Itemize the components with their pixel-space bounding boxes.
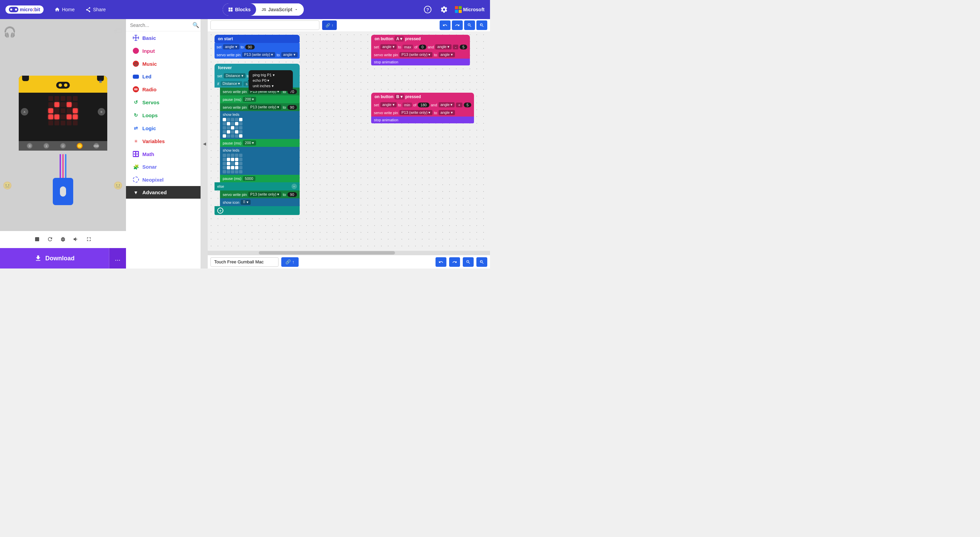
stop-anim-b[interactable]: stop animation [371, 116, 474, 123]
pin-dropdown-b[interactable]: P13 (write only) ▾ [399, 110, 433, 115]
redo-button[interactable] [452, 21, 463, 30]
pin-dropdown-1[interactable]: P13 (write only) ▾ [242, 52, 275, 57]
category-logic[interactable]: ⇄ Logic [126, 122, 200, 135]
save-github-button[interactable]: 🔗 ↑ [322, 21, 337, 30]
angle-ref-a2[interactable]: angle ▾ [439, 52, 455, 57]
button-b[interactable]: B [98, 108, 105, 116]
github-save-button[interactable]: 🔗 ↑ [281, 257, 299, 267]
angle-dropdown-b[interactable]: angle ▾ [380, 102, 397, 107]
minus-op[interactable]: - [453, 45, 458, 49]
val-90-b[interactable]: 90 [287, 105, 297, 110]
category-music[interactable]: 🎧 Music [126, 57, 200, 70]
angle-ref-b2[interactable]: angle ▾ [439, 110, 455, 115]
angle-ref-1[interactable]: angle ▾ [281, 52, 298, 57]
servo-write-a[interactable]: servo write pin P13 (write only) ▾ to an… [371, 51, 470, 59]
angle-dropdown-a[interactable]: angle ▾ [380, 44, 397, 49]
button-a-dropdown[interactable]: A ▾ [395, 36, 404, 41]
share-button[interactable]: Share [81, 5, 110, 14]
sound-button[interactable] [72, 235, 80, 245]
panel-collapse-button[interactable]: ◀ [201, 19, 208, 269]
microsoft-logo: Microsoft [455, 6, 485, 13]
undo-bottom-button[interactable] [436, 257, 446, 267]
pin-dropdown-3[interactable]: P13 (write only) ▾ [248, 105, 281, 110]
category-loops[interactable]: ↻ Loops [126, 109, 200, 122]
zoom-out-button[interactable] [464, 21, 475, 30]
icon-dropdown[interactable]: ⠿ ▾ [241, 200, 251, 205]
set-angle-min-block[interactable]: set angle ▾ to min of 180 and angle ▾ + … [371, 101, 474, 109]
add-block-button[interactable]: + [217, 207, 223, 214]
category-input[interactable]: Input [126, 44, 200, 57]
pin-dropdown-else[interactable]: P13 (write only) ▾ [248, 192, 281, 197]
else-collapse-icon[interactable]: − [291, 184, 297, 189]
five-val-b[interactable]: 5 [464, 102, 471, 107]
plus-op[interactable]: + [456, 102, 462, 107]
microbit-board: B A B [19, 76, 107, 151]
project-name-bottom-input[interactable] [210, 257, 278, 267]
pause-val-200[interactable]: 200 ▾ [243, 97, 256, 102]
pin-dropdown-a[interactable]: P13 (write only) ▾ [399, 52, 433, 57]
restart-button[interactable] [46, 235, 54, 245]
angle-dropdown-1[interactable]: angle ▾ [223, 44, 239, 49]
category-basic[interactable]: Basic [126, 31, 200, 44]
zoom-in-bottom-button[interactable] [476, 257, 487, 267]
category-sonar[interactable]: 🧩 Sonar [126, 161, 200, 173]
servo-write-block-1[interactable]: servo write pin P13 (write only) ▾ to an… [215, 51, 300, 59]
distance-ref[interactable]: Distance ▾ [221, 81, 242, 86]
javascript-mode-button[interactable]: JS JavaScript [256, 3, 304, 16]
angle-ref-a[interactable]: angle ▾ [435, 44, 452, 49]
servo-else-90[interactable]: servo write pin P13 (write only) ▾ to 90 [220, 190, 300, 198]
angle-ref-b[interactable]: angle ▾ [439, 102, 455, 107]
show-leds-2[interactable]: show leds [220, 147, 300, 175]
home-button[interactable]: Home [50, 5, 79, 14]
led-grid-1 [223, 118, 297, 138]
five-val-a[interactable]: 5 [460, 45, 467, 49]
fullscreen-button[interactable] [84, 235, 93, 245]
stop-button[interactable] [33, 235, 41, 245]
project-name-input[interactable] [210, 21, 320, 30]
redo-bottom-button[interactable] [449, 257, 460, 267]
category-math[interactable]: Math [126, 148, 200, 161]
else-block[interactable]: else − [215, 182, 300, 190]
show-leds-1[interactable]: show leds [220, 111, 300, 139]
settings-button[interactable] [439, 4, 449, 15]
pause-200-1[interactable]: pause (ms) 200 ▾ [220, 96, 300, 103]
category-advanced[interactable]: ▼ Advanced [126, 186, 200, 199]
blocks-mode-button[interactable]: Blocks [223, 3, 256, 16]
help-button[interactable]: ? [422, 4, 433, 15]
category-radio[interactable]: Radio [126, 83, 200, 96]
set-angle-max-block[interactable]: set angle ▾ to max of 0 and angle ▾ - 5 [371, 43, 470, 51]
servo-write-b[interactable]: servo write pin P13 (write only) ▾ to an… [371, 109, 474, 116]
set-distance-block[interactable]: set Distance ▾ to ping trig P1 ▾ echo P0… [215, 72, 300, 80]
180-val[interactable]: 180 [418, 102, 430, 107]
distance-dropdown[interactable]: Distance ▾ [224, 73, 245, 78]
workspace-canvas[interactable]: on start set angle ▾ to 90 servo write p… [208, 31, 490, 251]
button-b-dropdown[interactable]: B ▾ [395, 94, 404, 99]
set-angle-block[interactable]: set angle ▾ to 90 [215, 43, 300, 51]
pause-200-2[interactable]: pause (ms) 200 ▾ [220, 139, 300, 147]
gear-icon [440, 6, 448, 13]
zoom-out-bottom-button[interactable] [463, 257, 474, 267]
download-button[interactable]: Download [0, 248, 109, 269]
else-90-val[interactable]: 90 [287, 192, 297, 197]
pause-val-200-2[interactable]: 200 ▾ [243, 140, 256, 145]
category-variables[interactable]: ≡ Variables [126, 135, 200, 148]
home-label: Home [62, 7, 75, 12]
zoom-in-button[interactable] [476, 21, 487, 30]
stop-anim-a[interactable]: stop animation [371, 59, 470, 65]
horizontal-scrollbar[interactable] [208, 251, 490, 255]
servo-write-90[interactable]: servo write pin P13 (write only) ▾ to 90 [220, 103, 300, 111]
button-a[interactable]: A [21, 108, 28, 116]
undo-button[interactable] [440, 21, 450, 30]
category-servos[interactable]: ↺ Servos [126, 96, 200, 109]
zero-val-a[interactable]: 0 [419, 45, 426, 49]
pause-val-5000[interactable]: 5000 [243, 176, 255, 181]
pause-5000[interactable]: pause (ms) 5000 [220, 175, 300, 182]
angle-value-90[interactable]: 90 [245, 45, 255, 49]
download-more-button[interactable]: ... [109, 248, 126, 269]
category-led[interactable]: Led [126, 70, 200, 83]
scroll-thumb[interactable] [259, 251, 395, 255]
show-icon-block[interactable]: show icon ⠿ ▾ [220, 198, 300, 206]
category-neopixel[interactable]: Neopixel [126, 173, 200, 186]
debug-button[interactable] [59, 235, 67, 245]
search-input[interactable] [130, 22, 190, 28]
